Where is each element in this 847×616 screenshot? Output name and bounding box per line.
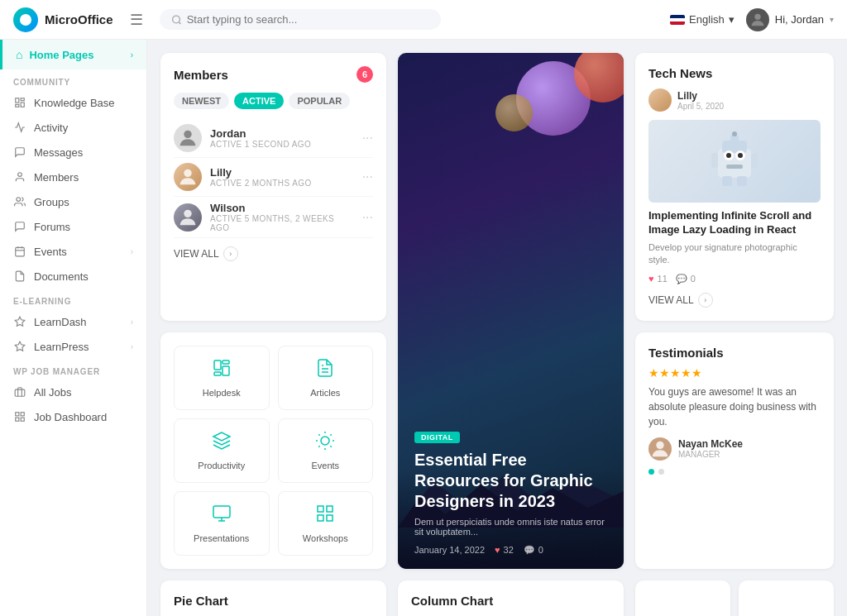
all-jobs-icon — [13, 385, 26, 399]
sidebar-item-events[interactable]: Events › — [0, 239, 146, 264]
heart-icon: ♥ — [495, 545, 500, 555]
testimonials-pagination — [648, 469, 821, 475]
sidebar-item-forums[interactable]: Forums — [0, 214, 146, 239]
topbar-right: English ▾ Hi, Jordan ▾ — [670, 8, 834, 31]
svg-rect-6 — [16, 104, 19, 107]
home-chevron: › — [131, 50, 133, 60]
svg-rect-57 — [318, 506, 323, 512]
svg-rect-15 — [15, 389, 25, 396]
view-all-icon: › — [223, 246, 238, 261]
sidebar-label-members: Members — [34, 171, 79, 184]
testimonial-author-info: Nayan McKee MANAGER — [678, 438, 743, 459]
language-selector[interactable]: English ▾ — [670, 13, 735, 26]
sidebar-item-job-dashboard[interactable]: Job Dashboard — [0, 404, 146, 429]
member-dots-jordan[interactable]: ··· — [362, 131, 373, 146]
sidebar-item-all-jobs[interactable]: All Jobs — [0, 380, 146, 404]
svg-point-86 — [656, 441, 663, 448]
quick-link-events[interactable]: Events — [278, 418, 374, 483]
sidebar-item-home-pages[interactable]: ⌂ Home Pages › — [0, 40, 146, 69]
dot-1[interactable] — [648, 469, 654, 475]
tech-news-author: Lilly April 5, 2020 — [648, 88, 821, 112]
tech-news-author-avatar — [648, 88, 672, 112]
svg-rect-38 — [214, 361, 221, 370]
tech-likes: ♥ 11 — [648, 274, 668, 284]
testimonial-quote: You guys are awesome! It was an absolute… — [648, 384, 821, 429]
tech-news-title: Tech News — [648, 66, 821, 80]
svg-rect-35 — [751, 153, 758, 168]
svg-point-29 — [726, 153, 731, 158]
tech-news-author-date: April 5, 2020 — [677, 102, 724, 111]
events-arrow: › — [131, 247, 133, 256]
sidebar-item-knowledge-base[interactable]: Knowledge Base — [0, 90, 146, 115]
member-status-wilson: ACTIVE 5 MONTHS, 2 WEEKS AGO — [210, 214, 354, 232]
hamburger-icon[interactable]: ☰ — [130, 11, 143, 29]
member-dots-wilson[interactable]: ··· — [362, 210, 373, 225]
quick-link-helpdesk[interactable]: Helpdesk — [174, 346, 270, 410]
member-avatar-jordan — [174, 124, 202, 152]
sidebar-item-members[interactable]: Members — [0, 165, 146, 189]
content-area: Members 6 NEWEST ACTIVE POPULAR Jordan A… — [147, 40, 847, 616]
search-icon — [171, 14, 182, 26]
sidebar-item-activity[interactable]: Activity — [0, 115, 146, 140]
sidebar: ⌂ Home Pages › COMMUNITY Knowledge Base … — [0, 40, 147, 616]
quick-link-presentations[interactable]: Presentations — [174, 491, 270, 556]
dot-2[interactable] — [658, 469, 664, 475]
groups-icon — [13, 195, 26, 208]
logo-icon — [13, 7, 38, 32]
user-area[interactable]: Hi, Jordan ▾ — [746, 8, 834, 31]
tech-news-author-info: Lilly April 5, 2020 — [677, 90, 724, 111]
sidebar-section-wpjobmanager: WP JOB MANAGER — [0, 359, 146, 380]
svg-rect-60 — [318, 515, 323, 521]
svg-line-1 — [179, 21, 180, 23]
pie-chart-card: Pie Chart Great Fine Bad — [160, 580, 386, 616]
sidebar-item-messages[interactable]: Messages — [0, 140, 146, 165]
quick-link-productivity[interactable]: Productivity — [174, 418, 270, 483]
filter-newest[interactable]: NEWEST — [174, 93, 229, 109]
svg-rect-18 — [21, 418, 24, 421]
filter-active[interactable]: ACTIVE — [234, 93, 284, 109]
member-info-lilly: Lilly ACTIVE 2 MONTHS AGO — [210, 166, 354, 188]
svg-point-33 — [732, 131, 737, 136]
user-greeting: Hi, Jordan — [775, 13, 824, 26]
sidebar-item-documents[interactable]: Documents — [0, 264, 146, 289]
quick-link-articles[interactable]: Articles — [278, 346, 374, 410]
search-bar[interactable] — [160, 9, 441, 30]
sidebar-item-learndash[interactable]: LearnDash › — [0, 309, 146, 334]
members-view-all[interactable]: VIEW ALL › — [174, 246, 373, 261]
testimonials-title: Testimonials — [648, 346, 821, 360]
filter-popular[interactable]: POPULAR — [289, 93, 350, 109]
sidebar-label-groups: Groups — [34, 196, 69, 208]
quick-link-workshops[interactable]: Workshops — [278, 491, 374, 556]
svg-rect-59 — [327, 515, 333, 521]
helpdesk-icon — [212, 358, 232, 383]
tech-news-view-all[interactable]: VIEW ALL › — [648, 293, 821, 308]
hero-tag: DIGITAL — [414, 432, 460, 443]
sidebar-label-events: Events — [34, 246, 67, 258]
knowledge-base-icon — [13, 96, 26, 109]
sidebar-item-groups[interactable]: Groups — [0, 189, 146, 214]
svg-rect-9 — [16, 247, 25, 256]
svg-point-8 — [17, 198, 21, 202]
job-dashboard-icon — [13, 410, 26, 423]
view-all-label: VIEW ALL — [174, 248, 219, 260]
hero-content: DIGITAL Essential Free Resources for Gra… — [398, 415, 624, 569]
sidebar-label-activity: Activity — [34, 122, 68, 134]
member-status-jordan: ACTIVE 1 SECOND AGO — [210, 140, 354, 149]
tech-news-image — [648, 120, 821, 203]
svg-point-0 — [172, 16, 179, 23]
sidebar-item-learnpress[interactable]: LearnPress › — [0, 334, 146, 359]
svg-marker-13 — [15, 317, 25, 326]
partner-dropbox[interactable]: Dropbox — [739, 580, 834, 616]
testimonial-role: MANAGER — [678, 450, 743, 459]
sidebar-label-all-jobs: All Jobs — [34, 386, 72, 399]
svg-rect-26 — [722, 141, 747, 153]
svg-rect-39 — [214, 372, 221, 375]
partner-framer[interactable]: Framer — [635, 580, 730, 616]
testimonial-avatar — [648, 437, 672, 461]
presentations-label: Presentations — [194, 533, 249, 543]
events-icon — [13, 245, 26, 258]
search-input[interactable] — [187, 13, 429, 26]
member-dots-lilly[interactable]: ··· — [362, 170, 373, 184]
svg-rect-19 — [16, 418, 19, 421]
comment-icon: 💬 — [524, 545, 535, 556]
